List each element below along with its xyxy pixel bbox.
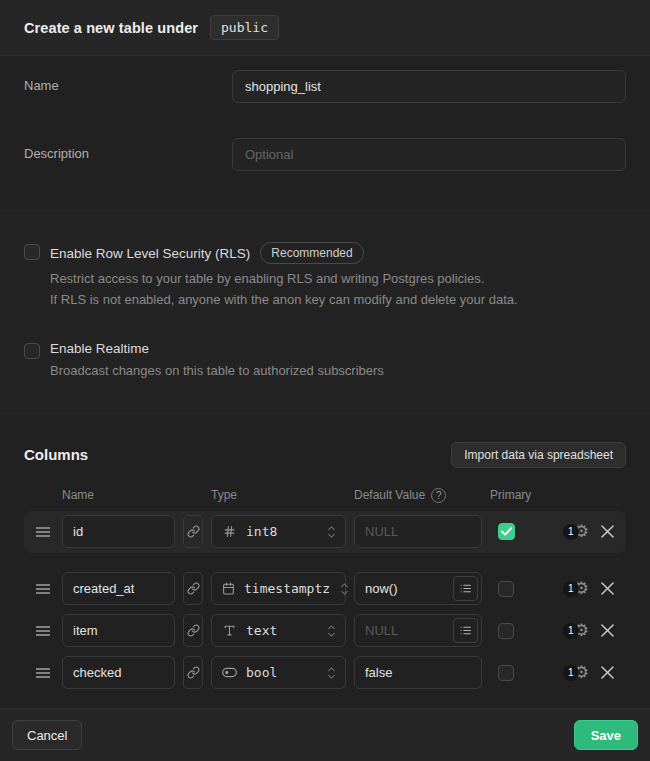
cancel-button[interactable]: Cancel <box>12 720 82 750</box>
columns-section: Columns Import data via spreadsheet Name… <box>0 414 650 708</box>
column-name-input[interactable] <box>62 572 175 605</box>
realtime-checkbox[interactable] <box>24 343 40 359</box>
rls-description: Restrict access to your table by enablin… <box>50 269 626 311</box>
remove-column-button[interactable] <box>601 666 614 679</box>
default-value-picker-button[interactable] <box>453 618 478 643</box>
header-default: Default Value <box>354 488 425 502</box>
table-options-section: Enable Row Level Security (RLS) Recommen… <box>0 211 650 414</box>
column-name-input[interactable] <box>62 614 175 647</box>
column-settings-button[interactable]: 1 ⚙ <box>563 664 589 681</box>
primary-checkbox-checked[interactable] <box>498 523 515 540</box>
column-type-select[interactable]: timestamptz <box>211 572 346 605</box>
table-info-section: Name Description <box>0 56 650 211</box>
default-value-input[interactable] <box>354 656 482 689</box>
primary-checkbox[interactable] <box>498 623 514 639</box>
column-row-item: text 1 ⚙ <box>24 610 626 652</box>
realtime-description: Broadcast changes on this table to autho… <box>50 361 626 382</box>
column-settings-button[interactable]: 1 ⚙ <box>563 622 589 639</box>
schema-badge: public <box>210 15 279 40</box>
table-description-input[interactable] <box>232 138 626 171</box>
recommended-badge: Recommended <box>260 242 363 264</box>
settings-count-badge: 1 <box>563 581 579 597</box>
header-primary: Primary <box>490 488 550 502</box>
realtime-label: Enable Realtime <box>50 341 149 356</box>
header-name: Name <box>62 488 175 502</box>
dialog-title: Create a new table under <box>24 20 198 36</box>
column-settings-button[interactable]: 1 ⚙ <box>563 523 589 540</box>
header-type: Type <box>211 488 346 502</box>
column-type-select[interactable]: text <box>211 614 346 647</box>
dialog-footer: Cancel Save <box>0 708 650 761</box>
chevron-up-down-icon <box>326 624 337 638</box>
drag-handle-icon[interactable] <box>36 667 54 679</box>
column-name-input[interactable] <box>62 515 175 548</box>
foreign-key-link-icon[interactable] <box>183 656 203 689</box>
remove-column-button[interactable] <box>601 582 614 595</box>
save-button[interactable]: Save <box>574 720 638 750</box>
rls-label: Enable Row Level Security (RLS) <box>50 246 250 261</box>
name-label: Name <box>24 70 232 103</box>
create-table-dialog: Create a new table under public Name Des… <box>0 0 650 761</box>
text-icon <box>222 624 237 637</box>
default-value-input <box>354 515 482 548</box>
name-row: Name <box>24 70 626 103</box>
drag-handle-icon[interactable] <box>36 625 54 637</box>
help-icon[interactable]: ? <box>431 488 446 503</box>
column-name-input[interactable] <box>62 656 175 689</box>
dialog-header: Create a new table under public <box>0 0 650 56</box>
chevron-up-down-icon <box>339 582 350 596</box>
column-row-id: int8 1 ⚙ <box>24 511 626 553</box>
primary-checkbox[interactable] <box>498 581 514 597</box>
default-value-picker-button[interactable] <box>453 576 478 601</box>
foreign-key-link-icon[interactable] <box>183 614 203 647</box>
foreign-key-link-icon[interactable] <box>183 572 203 605</box>
calendar-icon <box>222 582 235 595</box>
columns-heading: Columns <box>24 446 88 463</box>
column-row-checked: bool 1 ⚙ <box>24 652 626 694</box>
column-settings-button[interactable]: 1 ⚙ <box>563 580 589 597</box>
description-label: Description <box>24 138 232 171</box>
chevron-up-down-icon <box>326 525 337 539</box>
column-type-select[interactable]: int8 <box>211 515 346 548</box>
rls-checkbox[interactable] <box>24 244 40 260</box>
table-name-input[interactable] <box>232 70 626 103</box>
column-row-created-at: timestamptz 1 ⚙ <box>24 568 626 610</box>
column-type-select[interactable]: bool <box>211 656 346 689</box>
realtime-option: Enable Realtime Broadcast changes on thi… <box>24 341 626 382</box>
settings-count-badge: 1 <box>563 623 579 639</box>
import-spreadsheet-button[interactable]: Import data via spreadsheet <box>451 442 626 468</box>
drag-handle-icon[interactable] <box>36 583 54 595</box>
columns-header-row: Name Type Default Value ? Primary <box>24 488 626 503</box>
description-row: Description <box>24 138 626 171</box>
remove-column-button[interactable] <box>601 525 614 538</box>
toggle-icon <box>222 667 237 678</box>
remove-column-button[interactable] <box>601 624 614 637</box>
foreign-key-link-icon[interactable] <box>183 515 203 548</box>
settings-count-badge: 1 <box>563 524 579 540</box>
settings-count-badge: 1 <box>563 665 579 681</box>
primary-checkbox[interactable] <box>498 665 514 681</box>
rls-option: Enable Row Level Security (RLS) Recommen… <box>24 242 626 311</box>
drag-handle-icon[interactable] <box>36 526 54 538</box>
hash-icon <box>222 525 237 538</box>
chevron-up-down-icon <box>326 666 337 680</box>
